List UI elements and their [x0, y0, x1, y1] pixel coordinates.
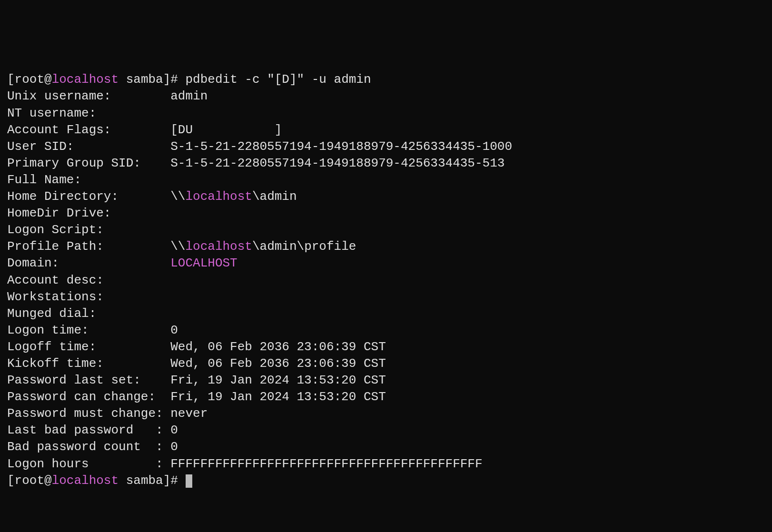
- row-logon-time: Logon time: 0: [7, 322, 765, 339]
- label-user-sid: User SID:: [7, 139, 170, 154]
- row-logon-script: Logon Script:: [7, 222, 765, 238]
- row-profile-path: Profile Path: \\localhost\admin\profile: [7, 238, 765, 255]
- label-domain: Domain:: [7, 256, 170, 270]
- value-profile-prefix: \\: [170, 239, 185, 254]
- label-logon-script: Logon Script:: [7, 223, 104, 237]
- command-text: pdbedit -c "[D]" -u admin: [186, 72, 371, 87]
- prompt-host: localhost: [52, 72, 119, 87]
- value-home-dir-host: localhost: [185, 189, 252, 204]
- label-home-directory: Home Directory:: [7, 189, 170, 204]
- value-home-dir-suffix: \admin: [252, 189, 297, 204]
- label-password-last-set: Password last set:: [7, 373, 170, 387]
- label-workstations: Workstations:: [7, 290, 104, 304]
- row-nt-username: NT username:: [7, 105, 765, 122]
- row-home-directory: Home Directory: \\localhost\admin: [7, 188, 765, 205]
- label-logoff-time: Logoff time:: [7, 340, 170, 354]
- value-home-dir-prefix: \\: [170, 189, 185, 204]
- prompt2-at: @: [44, 473, 52, 488]
- label-nt-username: NT username:: [7, 106, 96, 120]
- value-logoff-time: Wed, 06 Feb 2036 23:06:39 CST: [170, 340, 386, 354]
- value-profile-suffix: \admin\profile: [252, 239, 356, 254]
- row-user-sid: User SID: S-1-5-21-2280557194-1949188979…: [7, 138, 765, 155]
- label-account-desc: Account desc:: [7, 273, 104, 287]
- prompt2-host: localhost: [52, 473, 119, 488]
- row-kickoff-time: Kickoff time: Wed, 06 Feb 2036 23:06:39 …: [7, 355, 765, 372]
- label-logon-hours: Logon hours :: [7, 457, 170, 471]
- value-password-must-change: never: [170, 406, 208, 421]
- prompt2-dir: samba: [126, 473, 163, 488]
- terminal-output[interactable]: [root@localhost samba]# pdbedit -c "[D]"…: [7, 71, 765, 489]
- prompt-open: [: [7, 72, 15, 87]
- prompt-line-2: [root@localhost samba]#: [7, 473, 765, 489]
- row-logoff-time: Logoff time: Wed, 06 Feb 2036 23:06:39 C…: [7, 339, 765, 355]
- value-primary-group-sid: S-1-5-21-2280557194-1949188979-425633443…: [170, 156, 505, 170]
- value-logon-time: 0: [170, 323, 178, 337]
- row-homedir-drive: HomeDir Drive:: [7, 205, 765, 222]
- row-unix-username: Unix username: admin: [7, 88, 765, 105]
- prompt2-close: ]#: [163, 473, 186, 488]
- value-profile-host: localhost: [185, 239, 252, 254]
- command-line: [root@localhost samba]# pdbedit -c "[D]"…: [7, 71, 765, 88]
- row-munged-dial: Munged dial:: [7, 305, 765, 322]
- value-password-can-change: Fri, 19 Jan 2024 13:53:20 CST: [170, 390, 386, 404]
- prompt-space: [119, 72, 126, 87]
- prompt2-space: [119, 473, 126, 488]
- label-account-flags: Account Flags:: [7, 123, 170, 137]
- prompt-at: @: [44, 72, 52, 87]
- value-kickoff-time: Wed, 06 Feb 2036 23:06:39 CST: [170, 356, 386, 371]
- label-password-can-change: Password can change:: [7, 390, 170, 404]
- cursor-icon: [186, 474, 192, 488]
- label-last-bad-password: Last bad password :: [7, 423, 170, 437]
- label-logon-time: Logon time:: [7, 323, 170, 337]
- row-workstations: Workstations:: [7, 289, 765, 305]
- value-unix-username: admin: [170, 89, 208, 103]
- value-user-sid: S-1-5-21-2280557194-1949188979-425633443…: [170, 139, 512, 154]
- row-logon-hours: Logon hours : FFFFFFFFFFFFFFFFFFFFFFFFFF…: [7, 456, 765, 473]
- label-primary-group-sid: Primary Group SID:: [7, 156, 170, 170]
- value-account-flags: [DU ]: [170, 123, 282, 137]
- row-domain: Domain: LOCALHOST: [7, 255, 765, 272]
- label-unix-username: Unix username:: [7, 89, 170, 103]
- label-homedir-drive: HomeDir Drive:: [7, 206, 111, 220]
- row-last-bad-password: Last bad password : 0: [7, 422, 765, 439]
- prompt-user: root: [15, 72, 44, 87]
- row-bad-password-count: Bad password count : 0: [7, 439, 765, 455]
- value-last-bad-password: 0: [170, 423, 178, 437]
- row-primary-group-sid: Primary Group SID: S-1-5-21-2280557194-1…: [7, 155, 765, 172]
- value-logon-hours: FFFFFFFFFFFFFFFFFFFFFFFFFFFFFFFFFFFFFFFF…: [170, 457, 482, 471]
- label-munged-dial: Munged dial:: [7, 306, 96, 321]
- prompt-close: ]#: [163, 72, 186, 87]
- row-full-name: Full Name:: [7, 172, 765, 188]
- value-domain: LOCALHOST: [170, 256, 237, 270]
- label-bad-password-count: Bad password count :: [7, 440, 170, 454]
- label-kickoff-time: Kickoff time:: [7, 356, 170, 371]
- row-account-desc: Account desc:: [7, 272, 765, 289]
- row-password-must-change: Password must change: never: [7, 405, 765, 422]
- row-password-last-set: Password last set: Fri, 19 Jan 2024 13:5…: [7, 372, 765, 389]
- row-account-flags: Account Flags: [DU ]: [7, 122, 765, 138]
- label-profile-path: Profile Path:: [7, 239, 170, 254]
- label-full-name: Full Name:: [7, 173, 81, 187]
- prompt2-user: root: [15, 473, 44, 488]
- value-bad-password-count: 0: [170, 440, 178, 454]
- row-password-can-change: Password can change: Fri, 19 Jan 2024 13…: [7, 389, 765, 405]
- prompt-dir: samba: [126, 72, 163, 87]
- prompt2-open: [: [7, 473, 15, 488]
- label-password-must-change: Password must change:: [7, 406, 170, 421]
- value-password-last-set: Fri, 19 Jan 2024 13:53:20 CST: [170, 373, 386, 387]
